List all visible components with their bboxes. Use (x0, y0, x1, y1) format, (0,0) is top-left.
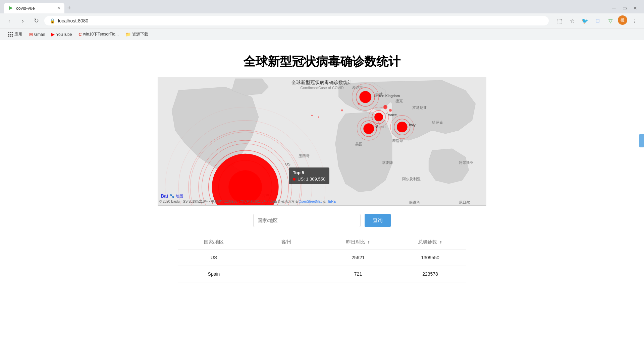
gmail-label: Gmail (34, 32, 45, 37)
bookmark-gmail[interactable]: M Gmail (26, 30, 47, 38)
browser-icons: ⬚ ☆ 🐦 □ ▽ 橙 ⋮ (554, 15, 640, 26)
profile-icon[interactable]: 橙 (618, 15, 627, 25)
france-label: France (385, 113, 397, 117)
extension-icon2[interactable]: □ (592, 15, 603, 26)
tab-close-button[interactable]: ✕ (57, 6, 60, 10)
svg-point-32 (374, 113, 383, 121)
svg-point-43 (311, 115, 313, 116)
apps-grid-icon (8, 32, 13, 37)
table-row: Spain 721 223578 (178, 266, 466, 282)
cell-province-0 (250, 250, 322, 266)
sort-icon-total: ⇕ (439, 240, 442, 244)
page-content: 全球新型冠状病毒确诊数统计 全球新型冠状病毒确诊数统计 ComfirmedCas… (0, 40, 644, 345)
baidu-logo: Bai🐾地图 (161, 193, 183, 199)
openstreetmap-link[interactable]: OpenStreetMap (299, 200, 322, 203)
svg-text:保得角: 保得角 (409, 200, 420, 204)
resources-label: 资源下载 (132, 31, 148, 37)
bookmark-star-icon[interactable]: ☆ (567, 15, 578, 26)
map-container: 全球新型冠状病毒确诊数统计 ComfirmedCase of COVID 古巴 … (158, 77, 486, 206)
extension-icon1[interactable]: 🐦 (580, 15, 590, 26)
cell-delta-1: 721 (322, 266, 394, 282)
search-area: 查询 (0, 214, 644, 227)
nav-bar: ‹ › ↻ 🔒 localhost:8080 ⬚ ☆ 🐦 □ ▽ 橙 ⋮ (0, 13, 644, 28)
svg-point-29 (359, 91, 371, 103)
maximize-button[interactable]: ▭ (620, 3, 629, 13)
table-header-row: 国家/地区 省/州 昨日对比 ⇕ 总确诊数 ⇕ (178, 235, 466, 250)
address-text: localhost:8080 (58, 18, 543, 23)
svg-text:哈萨克: 哈萨克 (432, 120, 443, 124)
tensorflow-label: win10下TensorFlo... (83, 31, 119, 37)
col-header-delta[interactable]: 昨日对比 ⇕ (322, 235, 394, 250)
col-header-total[interactable]: 总确诊数 ⇕ (394, 235, 466, 250)
svg-text:尼日尔: 尼日尔 (459, 200, 470, 204)
world-map-svg: 古巴 墨西哥 喀麦隆 阿尔及利亚 阿尔斯亚 爱尔兰 白俄 捷克 罗马尼亚 哈萨克… (158, 77, 486, 205)
map-overlay-title: 全球新型冠状病毒确诊数统计 (291, 80, 353, 86)
cell-total-1: 223578 (394, 266, 466, 282)
active-tab[interactable]: covid-vue ✕ (4, 3, 64, 13)
svg-text:阿尔斯亚: 阿尔斯亚 (459, 160, 474, 164)
cnet-icon: C (78, 32, 82, 37)
svg-point-40 (389, 109, 392, 112)
svg-point-35 (397, 122, 408, 132)
us-label: US (285, 162, 290, 166)
translate-icon[interactable]: ⬚ (554, 15, 565, 26)
svg-marker-0 (9, 6, 13, 10)
reload-button[interactable]: ↻ (31, 15, 42, 26)
bookmark-youtube[interactable]: ▶ YouTube (49, 30, 74, 38)
bookmark-resources[interactable]: 📁 资源下载 (123, 30, 151, 39)
sort-icon-delta: ⇕ (367, 240, 370, 244)
scroll-indicator[interactable] (639, 134, 644, 147)
italy-label: Italy (409, 123, 416, 127)
bookmark-tensorflow[interactable]: C win10下TensorFlo... (76, 30, 121, 39)
svg-point-44 (318, 116, 319, 118)
svg-text:阿尔及利亚: 阿尔及利亚 (402, 177, 421, 181)
col-header-province: 省/州 (250, 235, 322, 250)
map-attribution: © 2020 Baidu - GS(2019)5218号 · 甲测资字11009… (159, 199, 336, 204)
youtube-label: YouTube (56, 32, 72, 37)
search-button[interactable]: 查询 (365, 214, 391, 227)
forward-button[interactable]: › (17, 15, 28, 26)
menu-button[interactable]: ⋮ (629, 15, 640, 26)
table-row: US 25621 1309550 (178, 250, 466, 266)
map-overlay-subtitle: ComfirmedCase of COVID (300, 86, 344, 90)
apps-label: 应用 (14, 31, 22, 37)
uk-label: United Kingdom (374, 94, 400, 98)
cell-province-1 (250, 266, 322, 282)
extension-icon3[interactable]: ▽ (605, 15, 616, 26)
data-table: 国家/地区 省/州 昨日对比 ⇕ 总确诊数 ⇕ US 25621 (178, 235, 466, 282)
back-button[interactable]: ‹ (4, 15, 15, 26)
minimize-button[interactable]: ─ (609, 3, 619, 13)
page-title: 全球新型冠状病毒确诊数统计 (0, 40, 644, 77)
address-bar[interactable]: 🔒 localhost:8080 (44, 16, 549, 25)
cell-country-1: Spain (178, 266, 250, 282)
svg-text:罗马尼亚: 罗马尼亚 (412, 106, 427, 110)
svg-text:摩洛哥: 摩洛哥 (392, 139, 403, 143)
bookmark-apps[interactable]: 应用 (5, 30, 25, 39)
bookmarks-bar: 应用 M Gmail ▶ YouTube C win10下TensorFlo..… (0, 28, 644, 40)
tab-title: covid-vue (16, 6, 54, 11)
lock-icon: 🔒 (50, 18, 55, 23)
cell-delta-0: 25621 (322, 250, 394, 266)
svg-point-39 (383, 105, 387, 109)
cell-country-0: US (178, 250, 250, 266)
close-button[interactable]: ✕ (631, 3, 640, 13)
svg-point-42 (341, 109, 343, 111)
cell-total-0: 1309550 (394, 250, 466, 266)
youtube-icon: ▶ (51, 32, 55, 37)
svg-point-38 (363, 123, 374, 134)
title-bar: covid-vue ✕ + ─ ▭ ✕ (0, 0, 644, 13)
tab-favicon (8, 5, 13, 11)
svg-text:英国: 英国 (355, 142, 363, 146)
svg-point-41 (358, 103, 360, 105)
browser-chrome: covid-vue ✕ + ─ ▭ ✕ ‹ › ↻ 🔒 localhost:80… (0, 0, 644, 40)
svg-text:捷克: 捷克 (395, 99, 403, 103)
new-tab-button[interactable]: + (64, 3, 74, 13)
svg-text:喀麦隆: 喀麦隆 (382, 160, 393, 164)
gmail-icon: M (29, 32, 33, 37)
folder-icon: 📁 (125, 32, 131, 37)
col-header-country: 国家/地区 (178, 235, 250, 250)
spain-label: Spain (376, 125, 385, 129)
here-link[interactable]: HERE (326, 200, 336, 203)
search-input[interactable] (253, 214, 361, 227)
